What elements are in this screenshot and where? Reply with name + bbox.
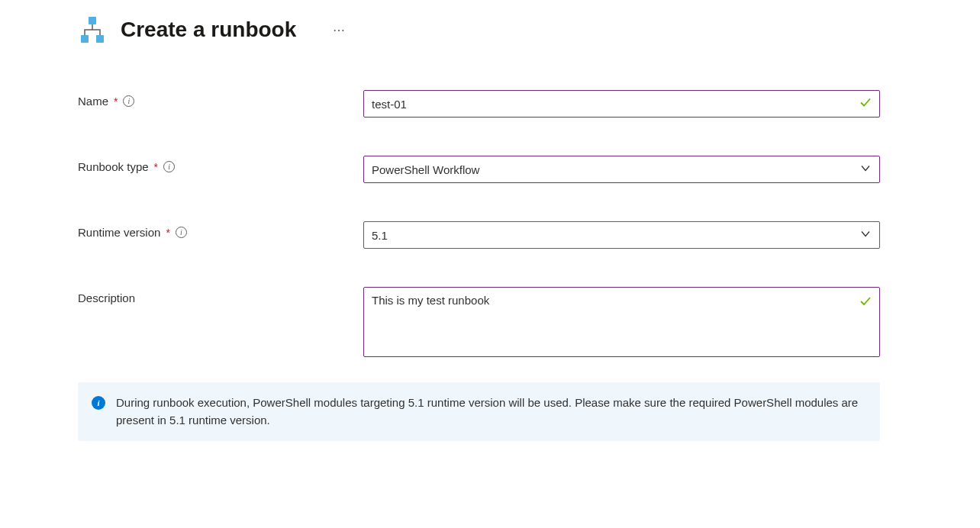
hierarchy-icon bbox=[78, 15, 107, 44]
runbook-type-value: PowerShell Workflow bbox=[372, 163, 479, 176]
name-label: Name bbox=[78, 95, 108, 108]
chevron-down-icon bbox=[859, 228, 872, 243]
required-star: * bbox=[154, 161, 158, 173]
page-header: Create a runbook ⋯ bbox=[0, 15, 980, 44]
runtime-version-label: Runtime version bbox=[78, 226, 160, 239]
runbook-type-select[interactable]: PowerShell Workflow bbox=[363, 156, 880, 183]
description-label: Description bbox=[78, 291, 135, 304]
info-icon[interactable]: i bbox=[176, 227, 187, 238]
info-icon[interactable]: i bbox=[163, 161, 175, 172]
runtime-version-input-col: 5.1 bbox=[363, 221, 880, 249]
runbook-type-label-col: Runbook type * i bbox=[78, 156, 363, 173]
info-banner-text: During runbook execution, PowerShell mod… bbox=[116, 394, 866, 429]
runbook-type-label: Runbook type bbox=[78, 160, 149, 173]
description-textarea[interactable] bbox=[363, 287, 880, 357]
name-input-col bbox=[363, 90, 880, 118]
info-banner: i During runbook execution, PowerShell m… bbox=[78, 382, 880, 441]
description-input-col bbox=[363, 287, 880, 359]
runtime-version-value: 5.1 bbox=[372, 229, 388, 242]
name-row: Name * i bbox=[0, 90, 980, 118]
svg-rect-1 bbox=[81, 35, 89, 43]
checkmark-icon bbox=[859, 295, 872, 311]
page-title: Create a runbook bbox=[121, 18, 296, 42]
runbook-type-row: Runbook type * i PowerShell Workflow bbox=[0, 156, 980, 183]
description-label-col: Description bbox=[78, 287, 363, 304]
checkmark-icon bbox=[859, 96, 872, 112]
svg-rect-0 bbox=[89, 17, 96, 24]
chevron-down-icon bbox=[859, 163, 872, 177]
name-label-col: Name * i bbox=[78, 90, 363, 108]
svg-rect-2 bbox=[96, 35, 104, 43]
required-star: * bbox=[114, 95, 118, 108]
runbook-type-input-col: PowerShell Workflow bbox=[363, 156, 880, 183]
runtime-version-row: Runtime version * i 5.1 bbox=[0, 221, 980, 249]
runtime-version-select[interactable]: 5.1 bbox=[363, 221, 880, 249]
description-row: Description bbox=[0, 287, 980, 359]
name-input[interactable] bbox=[363, 90, 880, 118]
info-banner-icon: i bbox=[92, 396, 105, 410]
required-star: * bbox=[166, 227, 169, 239]
info-icon[interactable]: i bbox=[123, 95, 134, 107]
more-options-button[interactable]: ⋯ bbox=[333, 23, 346, 37]
runtime-version-label-col: Runtime version * i bbox=[78, 221, 363, 239]
